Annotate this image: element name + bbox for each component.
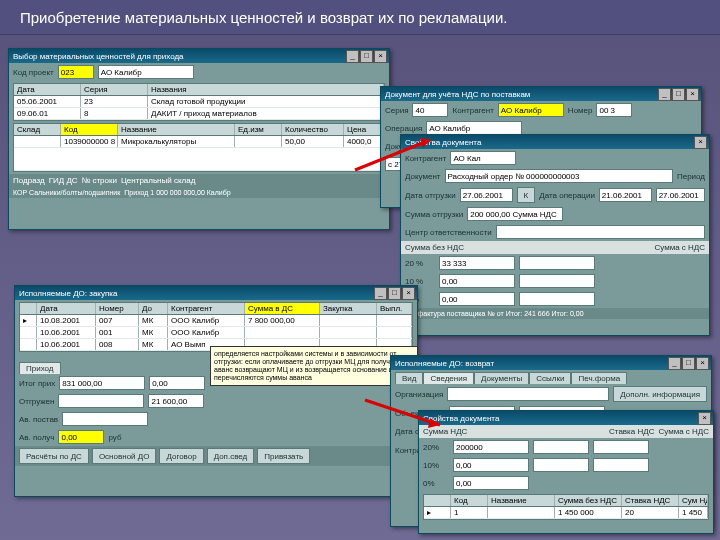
slide-title: Приобретение материальных ценностей и во… (0, 0, 720, 35)
window-title: Выбор материальных ценностей для прихода (13, 52, 184, 61)
org-field[interactable] (447, 387, 609, 401)
project-field[interactable]: 023 (58, 65, 94, 79)
header-grid: Дата Серия Названия 05.06.2001 23 Склад … (13, 83, 385, 121)
series-field[interactable]: 40 (412, 103, 448, 117)
tab-print[interactable]: Печ.форма (571, 372, 627, 384)
max-icon[interactable]: □ (682, 357, 695, 370)
label: Ав. получ (19, 433, 54, 442)
min-icon[interactable]: _ (658, 88, 671, 101)
window-title: Исполняемые ДО: закупка (19, 289, 117, 298)
v20b[interactable] (533, 440, 589, 454)
btn-extra[interactable]: Доп.свед (207, 448, 255, 464)
col (424, 495, 451, 506)
cal-button[interactable]: К (517, 187, 536, 203)
close-icon[interactable]: × (374, 50, 387, 63)
num-field[interactable]: 00 3 (596, 103, 632, 117)
type-field[interactable]: АО Калибр (426, 121, 522, 135)
cell: 05.06.2001 (14, 96, 81, 107)
do-grid[interactable]: Дата Номер До Контрагент Сумма в ДС Заку… (19, 302, 413, 352)
amt-field[interactable]: 200 000,00 Сумма НДС (467, 207, 563, 221)
label: Серия (385, 106, 408, 115)
col: Склад (14, 124, 61, 135)
col (20, 303, 37, 314)
col: Сумма без НДС (555, 495, 622, 506)
label: 20% (423, 443, 449, 452)
btn-main-do[interactable]: Основной ДО (92, 448, 157, 464)
max-icon[interactable]: □ (360, 50, 373, 63)
v10[interactable]: 0,00 (453, 458, 529, 472)
footer-label: № строки (82, 176, 117, 185)
doc-field[interactable]: Расходный ордер № 000000000003 (445, 169, 673, 183)
v20c[interactable] (593, 440, 649, 454)
col: Ед.изм (235, 124, 282, 135)
label: Сумма с НДС (658, 427, 709, 436)
footer-label: ГИД ДС (49, 176, 78, 185)
min-icon[interactable]: _ (374, 287, 387, 300)
info-button[interactable]: Дополн. информация (613, 386, 707, 402)
title-bar[interactable]: Документ для учёта НДС по поставкам _□× (381, 87, 701, 101)
v20[interactable]: 200000 (453, 440, 529, 454)
tab-prih[interactable]: Приход (19, 362, 61, 374)
label: Контрагент (452, 106, 493, 115)
close-icon[interactable]: × (698, 412, 711, 425)
per-field[interactable]: 27.06.2001 (656, 188, 705, 202)
col: Сум НДС (679, 495, 708, 506)
bottom-grid[interactable]: Код Название Сумма без НДС Ставка НДС Су… (423, 494, 709, 520)
tab-links[interactable]: Ссылки (529, 372, 571, 384)
v0[interactable]: 0,00 (453, 476, 529, 490)
op-date[interactable]: 21.06.2001 (599, 188, 652, 202)
col: Закупка (320, 303, 377, 314)
col-series: Серия (81, 84, 148, 95)
val-20[interactable]: 33 333 (439, 256, 515, 270)
contr-field[interactable]: АО Кал (450, 151, 516, 165)
cell: Склад готовой продукции (148, 96, 384, 107)
center-field[interactable] (496, 225, 705, 239)
label: Ав. постав (19, 415, 58, 424)
val[interactable] (519, 274, 595, 288)
col: До (139, 303, 168, 314)
col: Количество (282, 124, 344, 135)
close-icon[interactable]: × (402, 287, 415, 300)
tab-docs[interactable]: Документы (474, 372, 529, 384)
v10c[interactable] (593, 458, 649, 472)
title-bar[interactable]: Свойства документа × (419, 411, 713, 425)
window-title: Документ для учёта НДС по поставкам (385, 90, 530, 99)
val-0[interactable]: 0,00 (439, 292, 515, 306)
label: 0% (423, 479, 449, 488)
val-10[interactable]: 0,00 (439, 274, 515, 288)
max-icon[interactable]: □ (672, 88, 685, 101)
btn-contract[interactable]: Договор (159, 448, 203, 464)
label-rub: руб (108, 433, 121, 442)
min-icon[interactable]: _ (668, 357, 681, 370)
label: Дата отгрузки (405, 191, 456, 200)
window-title: Исполняемые ДО: возврат (395, 359, 494, 368)
tab-view[interactable]: Вид (395, 372, 423, 384)
col: Код (61, 124, 118, 135)
ship-date[interactable]: 27.06.2001 (460, 188, 513, 202)
cell: 23 (81, 96, 148, 107)
footer-label: Подразд (13, 176, 45, 185)
label: Сумма отгрузки (405, 210, 463, 219)
title-bar[interactable]: Исполняемые ДО: закупка _□× (15, 286, 417, 300)
items-grid[interactable]: Склад Код Название Ед.изм Количество Цен… (13, 123, 385, 172)
val[interactable] (519, 256, 595, 270)
cell: 4000,0 (344, 136, 384, 147)
max-icon[interactable]: □ (388, 287, 401, 300)
val[interactable] (519, 292, 595, 306)
contractor-field[interactable]: АО Калибр (98, 65, 194, 79)
label: Отгружен (19, 397, 54, 406)
close-icon[interactable]: × (686, 88, 699, 101)
min-icon[interactable]: _ (346, 50, 359, 63)
col: Название (488, 495, 555, 506)
btn-calc-ds[interactable]: Расчёты по ДС (19, 448, 89, 464)
close-icon[interactable]: × (696, 357, 709, 370)
title-bar[interactable]: Выбор материальных ценностей для прихода… (9, 49, 389, 63)
label: Номер (568, 106, 593, 115)
title-bar[interactable]: Свойства документа × (401, 135, 709, 149)
close-icon[interactable]: × (694, 136, 707, 149)
title-bar[interactable]: Исполняемые ДО: возврат _□× (391, 356, 711, 370)
btn-link[interactable]: Привязать (257, 448, 310, 464)
tab-info[interactable]: Сведения (423, 372, 474, 384)
v10b[interactable] (533, 458, 589, 472)
contr-field[interactable]: АО Калибр (498, 103, 564, 117)
